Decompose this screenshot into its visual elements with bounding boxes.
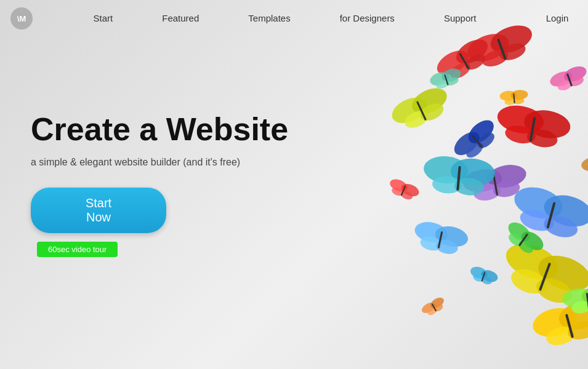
nav-links: Start Featured Templates for Designers S… — [43, 13, 526, 24]
hero-section: Create a Website a simple & elegant webs… — [0, 0, 588, 369]
video-tour-button[interactable]: 60sec video tour — [37, 242, 118, 257]
hero-title: Create a Website — [31, 112, 288, 147]
nav-item-designers[interactable]: for Designers — [340, 13, 395, 24]
nav-featured-link[interactable]: Featured — [162, 13, 199, 23]
nav-item-templates[interactable]: Templates — [248, 13, 290, 24]
nav-item-featured[interactable]: Featured — [162, 13, 199, 24]
nav-login[interactable]: Login — [526, 13, 588, 24]
login-link[interactable]: Login — [546, 13, 569, 23]
butterfly-illustration — [268, 0, 588, 369]
hero-content: Create a Website a simple & elegant webs… — [31, 112, 288, 257]
svg-point-75 — [580, 155, 588, 173]
logo-icon: \M — [10, 7, 33, 30]
nav-start-link[interactable]: Start — [94, 13, 113, 23]
logo[interactable]: \M — [0, 7, 43, 30]
nav-item-start[interactable]: Start — [94, 13, 113, 24]
hero-subtitle: a simple & elegant website builder (and … — [31, 157, 288, 168]
nav-designers-link[interactable]: for Designers — [340, 13, 395, 23]
nav-templates-link[interactable]: Templates — [248, 13, 290, 23]
navbar: \M Start Featured Templates for Designer… — [0, 0, 588, 37]
logo-text: \M — [17, 14, 26, 23]
nav-item-support[interactable]: Support — [444, 13, 477, 24]
start-now-button[interactable]: Start Now — [31, 188, 166, 233]
nav-support-link[interactable]: Support — [444, 13, 477, 23]
butterflies-svg — [268, 0, 588, 369]
